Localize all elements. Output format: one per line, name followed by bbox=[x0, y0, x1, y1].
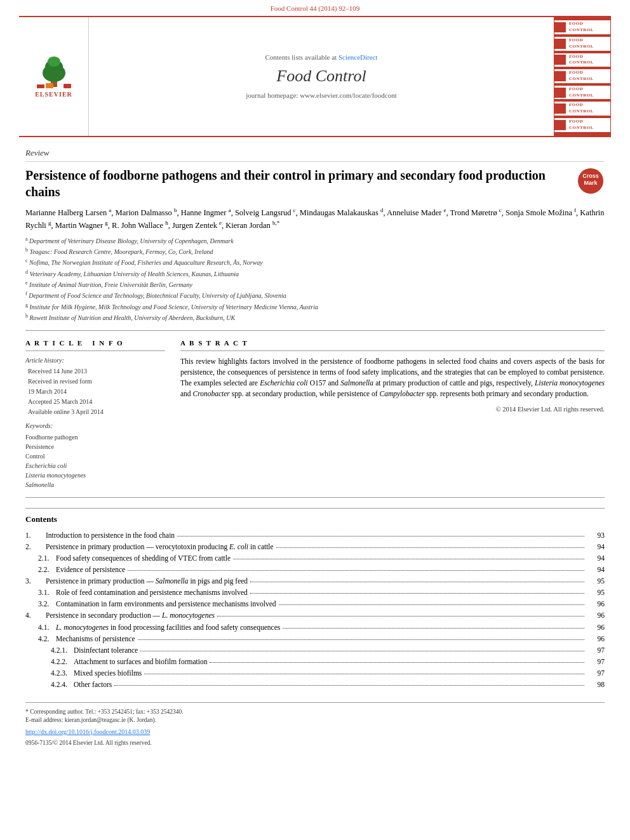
doi-link[interactable]: http://dx.doi.org/10.1016/j.foodcont.201… bbox=[25, 728, 605, 737]
toc-item-2-1: 2.1. Food safety consequences of sheddin… bbox=[25, 553, 605, 563]
keyword-6: Salmonella bbox=[25, 480, 165, 490]
received-date: Received 14 June 2013 bbox=[25, 367, 165, 376]
elsevier-label: ELSEVIER bbox=[35, 90, 72, 99]
author-martin-wagner: Martin Wagner bbox=[55, 221, 103, 230]
affiliations: a Department of Veterinary Disease Biolo… bbox=[25, 236, 605, 323]
toc-text-3-1: Role of feed contamination and persisten… bbox=[56, 587, 248, 597]
toc-item-2: 2. Persistence in primary production — v… bbox=[25, 542, 605, 552]
article-info-header: A R T I C L E I N F O bbox=[25, 338, 165, 350]
toc-num-3: 3. bbox=[25, 576, 46, 586]
fc-icon-1 bbox=[554, 22, 566, 32]
toc-dots-4 bbox=[217, 609, 584, 617]
crossmark-icon: Cross Mark bbox=[577, 167, 605, 195]
crossmark-badge[interactable]: Cross Mark bbox=[577, 167, 605, 195]
journal-title: Food Control bbox=[276, 65, 366, 88]
journal-header: ELSEVIER Contents lists available at Sci… bbox=[19, 16, 611, 137]
journal-ref-bar: Food Control 44 (2014) 92–109 bbox=[0, 0, 630, 16]
journal-ref: Food Control 44 (2014) 92–109 bbox=[271, 4, 360, 12]
toc-item-4-2-2: 4.2.2. Attachment to surfaces and biofil… bbox=[25, 657, 605, 667]
toc-item-4-2: 4.2. Mechanisms of persistence 96 bbox=[25, 634, 605, 644]
toc-item-4-2-3: 4.2.3. Mixed species biofilms 97 bbox=[25, 668, 605, 678]
elsevier-tree-icon bbox=[32, 54, 76, 89]
divider-2 bbox=[25, 497, 605, 498]
svg-text:Cross: Cross bbox=[582, 173, 599, 179]
abstract-header: A B S T R A C T bbox=[180, 338, 605, 350]
toc-num-4-2: 4.2. bbox=[38, 634, 56, 644]
toc-num-3-1: 3.1. bbox=[38, 587, 56, 597]
svg-point-3 bbox=[48, 57, 60, 67]
toc-item-1: 1. Introduction to persistence in the fo… bbox=[25, 530, 605, 540]
toc-text-3: Persistence in primary production — Salm… bbox=[46, 576, 248, 586]
article-title-section: Persistence of foodborne pathogens and t… bbox=[25, 167, 605, 200]
svg-rect-6 bbox=[64, 84, 71, 88]
journal-homepage: journal homepage: www.elsevier.com/locat… bbox=[246, 91, 397, 100]
toc-dots-4-1 bbox=[283, 621, 584, 629]
toc-page-4-2: 96 bbox=[587, 634, 605, 644]
keyword-5: Listeria monocytogenes bbox=[25, 470, 165, 480]
toc-num-4-2-4: 4.2.4. bbox=[51, 679, 74, 690]
fc-row-5: FOOD CONTROL bbox=[554, 85, 611, 100]
toc-item-3-1: 3.1. Role of feed contamination and pers… bbox=[25, 587, 605, 597]
keyword-1: Foodborne pathogen bbox=[25, 432, 165, 442]
fc-icon-3 bbox=[554, 55, 566, 65]
toc-page-4-2-4: 98 bbox=[587, 679, 605, 690]
contents-section: Contents 1. Introduction to persistence … bbox=[25, 508, 605, 690]
toc-page-2-2: 94 bbox=[587, 564, 605, 575]
toc-page-2: 94 bbox=[587, 542, 605, 552]
toc-num-1: 1. bbox=[25, 530, 46, 540]
toc-item-2-2: 2.2. Evidence of persistence 94 bbox=[25, 564, 605, 575]
affiliation-g: g Institute for Milk Hygiene, Milk Techn… bbox=[25, 302, 605, 312]
toc-dots-3 bbox=[250, 575, 584, 582]
toc-num-4: 4. bbox=[25, 610, 46, 620]
toc-page-2-1: 94 bbox=[587, 553, 605, 563]
keyword-3: Control bbox=[25, 451, 165, 461]
sciencedirect-link[interactable]: ScienceDirect bbox=[338, 53, 378, 61]
toc-num-4-2-3: 4.2.3. bbox=[51, 668, 74, 678]
fc-row-4: FOOD CONTROL bbox=[554, 69, 611, 84]
toc-dots-4-2-1 bbox=[140, 644, 584, 651]
affiliation-b: b Teagasc: Food Research Centre, Moorepa… bbox=[25, 246, 605, 257]
fc-box: FOOD CONTROL FOOD CONTROL FOOD CONTROL F… bbox=[554, 20, 611, 133]
toc-text-4-2-3: Mixed species biofilms bbox=[74, 668, 142, 678]
page: Food Control 44 (2014) 92–109 ELSEVIER C… bbox=[0, 0, 630, 840]
affiliation-d: d Veterinary Academy, Lithuanian Univers… bbox=[25, 269, 605, 279]
keywords-label: Keywords: bbox=[25, 422, 165, 430]
sciencedirect-line: Contents lists available at ScienceDirec… bbox=[265, 53, 377, 62]
affiliation-f: f Department of Food Science and Technol… bbox=[25, 290, 605, 300]
toc-text-2-1: Food safety consequences of shedding of … bbox=[56, 553, 231, 563]
history-label: Article history: bbox=[25, 356, 165, 365]
svg-text:Mark: Mark bbox=[584, 180, 598, 186]
affiliation-a: a Department of Veterinary Disease Biolo… bbox=[25, 236, 605, 246]
article-type: Review bbox=[25, 147, 605, 162]
revised-date: 19 March 2014 bbox=[25, 387, 165, 396]
sciencedirect-prefix: Contents lists available at bbox=[265, 53, 337, 61]
toc-dots-3-2 bbox=[279, 597, 584, 605]
toc-page-3: 95 bbox=[587, 576, 605, 586]
divider-1 bbox=[25, 330, 605, 331]
abstract-text: This review highlights factors involved … bbox=[180, 356, 605, 400]
two-column-section: A R T I C L E I N F O Article history: R… bbox=[25, 338, 605, 489]
toc-item-3-2: 3.2. Contamination in farm environments … bbox=[25, 599, 605, 609]
toc-text-2: Persistence in primary production — vero… bbox=[46, 542, 274, 552]
toc-dots-4-2-2 bbox=[210, 655, 584, 663]
toc-num-4-2-2: 4.2.2. bbox=[51, 657, 74, 667]
abstract-column: A B S T R A C T This review highlights f… bbox=[180, 338, 605, 489]
toc-text-3-2: Contamination in farm environments and p… bbox=[56, 599, 276, 609]
homepage-text: journal homepage: www.elsevier.com/locat… bbox=[246, 91, 397, 99]
journal-center: Contents lists available at ScienceDirec… bbox=[89, 17, 554, 135]
toc-num-2: 2. bbox=[25, 542, 46, 552]
toc-dots-4-2-4 bbox=[114, 678, 584, 686]
affiliation-c: c Nofima, The Norwegian Institute of Foo… bbox=[25, 257, 605, 267]
affiliation-h: h Rowett Institute of Nutrition and Heal… bbox=[25, 312, 605, 323]
fc-icon-7 bbox=[554, 120, 566, 130]
toc-item-3: 3. Persistence in primary production — S… bbox=[25, 576, 605, 586]
toc-dots-2 bbox=[276, 540, 584, 548]
keywords-list: Foodborne pathogen Persistence Control E… bbox=[25, 432, 165, 490]
toc-page-3-1: 95 bbox=[587, 587, 605, 597]
toc-page-4: 96 bbox=[587, 610, 605, 620]
toc-dots-3-1 bbox=[250, 586, 584, 594]
toc-num-2-1: 2.1. bbox=[38, 553, 56, 563]
fc-icon-2 bbox=[554, 39, 566, 49]
toc-dots-2-1 bbox=[233, 552, 584, 559]
toc-text-4-2-2: Attachment to surfaces and biofilm forma… bbox=[74, 657, 207, 667]
